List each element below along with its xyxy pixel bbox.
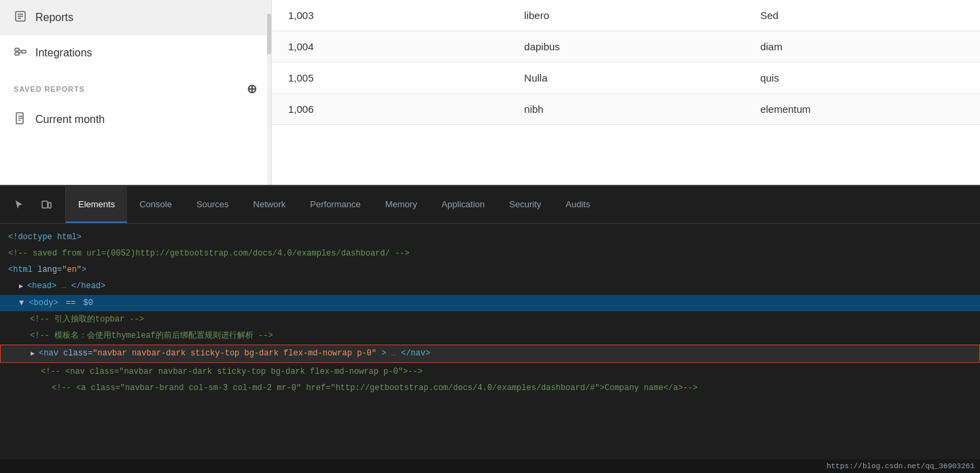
add-saved-report-button[interactable]: ⊕ <box>247 82 258 97</box>
code-line-comment-topbar[interactable]: <!-- 引入抽取的topbar --> <box>0 311 980 328</box>
tab-network[interactable]: Network <box>241 186 298 223</box>
code-line-nav-highlighted[interactable]: ▶ <nav class="navbar navbar-dark sticky-… <box>0 345 980 363</box>
devtools-code-area: <!doctype html> <!-- saved from url=(005… <box>0 223 980 459</box>
svg-rect-5 <box>15 52 19 55</box>
table-cell-id: 1,004 <box>272 31 508 63</box>
tab-application[interactable]: Application <box>430 186 497 223</box>
file-icon <box>14 111 27 128</box>
tab-elements[interactable]: Elements <box>66 186 127 223</box>
tab-audits[interactable]: Audits <box>553 186 602 223</box>
table-row: 1,003 libero Sed <box>272 0 980 31</box>
sidebar: Reports Integrations SAVED REPORTS ⊕ <box>0 0 272 185</box>
code-line-head[interactable]: ▶ <head> … </head> <box>0 278 980 295</box>
devtools-panel: Elements Console Sources Network Perform… <box>0 185 980 473</box>
device-toggle-icon[interactable] <box>35 194 57 215</box>
data-table: 1,003 libero Sed 1,004 dapibus diam 1,00… <box>272 0 980 125</box>
tab-performance[interactable]: Performance <box>298 186 372 223</box>
svg-rect-13 <box>42 201 48 208</box>
devtools-bar: Elements Console Sources Network Perform… <box>0 185 980 223</box>
code-line-comment-a[interactable]: <!-- <a class="navbar-brand col-sm-3 col… <box>0 380 980 396</box>
table-cell-col2: libero <box>508 0 743 31</box>
tab-sources[interactable]: Sources <box>184 186 241 223</box>
tab-console[interactable]: Console <box>127 186 184 223</box>
table-cell-col2: nibh <box>508 94 743 125</box>
code-line-html[interactable]: <html lang="en"> <box>0 262 980 278</box>
sidebar-item-label: Integrations <box>35 47 92 59</box>
table-cell-col2: Nulla <box>508 63 743 94</box>
tab-memory[interactable]: Memory <box>373 186 430 223</box>
sidebar-saved-item-label: Current month <box>35 113 105 126</box>
table-cell-id: 1,006 <box>272 94 508 125</box>
table-cell-col3: Sed <box>744 0 980 31</box>
cursor-icon[interactable] <box>8 194 30 215</box>
tab-security[interactable]: Security <box>497 186 553 223</box>
devtools-tabs: Elements Console Sources Network Perform… <box>66 186 980 223</box>
reports-icon <box>14 10 27 26</box>
svg-rect-6 <box>22 50 26 53</box>
code-line-saved-comment[interactable]: <!-- saved from url=(0052)http://getboot… <box>0 245 980 262</box>
status-bar: https://blog.csdn.net/qq_36903261 <box>0 459 980 473</box>
code-line-comment-nav[interactable]: <!-- <nav class="navbar navbar-dark stic… <box>0 364 980 380</box>
table-row: 1,005 Nulla quis <box>272 63 980 94</box>
code-line-comment-template[interactable]: <!-- 模板名：会使用thymeleaf的前后绑配置规则进行解析 --> <box>0 328 980 344</box>
table-row: 1,004 dapibus diam <box>272 31 980 63</box>
sidebar-item-integrations[interactable]: Integrations <box>0 35 271 71</box>
table-cell-col3: quis <box>744 63 980 94</box>
table-cell-id: 1,003 <box>272 0 508 31</box>
integrations-icon <box>14 45 27 61</box>
svg-rect-14 <box>48 203 51 208</box>
code-line-doctype[interactable]: <!doctype html> <box>0 229 980 245</box>
table-cell-col2: dapibus <box>508 31 743 63</box>
svg-rect-4 <box>15 48 19 51</box>
code-line-body[interactable]: ▼ <body> == $0 <box>0 295 980 311</box>
saved-reports-section: SAVED REPORTS ⊕ <box>0 71 271 102</box>
table-cell-col3: elementum <box>744 94 980 125</box>
status-url: https://blog.csdn.net/qq_36903261 <box>826 462 975 470</box>
sidebar-item-reports[interactable]: Reports <box>0 0 271 35</box>
table-row: 1,006 nibh elementum <box>272 94 980 125</box>
sidebar-item-label: Reports <box>35 12 73 24</box>
main-content: 1,003 libero Sed 1,004 dapibus diam 1,00… <box>272 0 980 185</box>
sidebar-item-current-month[interactable]: Current month <box>0 102 271 137</box>
table-cell-col3: diam <box>744 31 980 63</box>
devtools-icons <box>0 186 66 223</box>
table-cell-id: 1,005 <box>272 63 508 94</box>
